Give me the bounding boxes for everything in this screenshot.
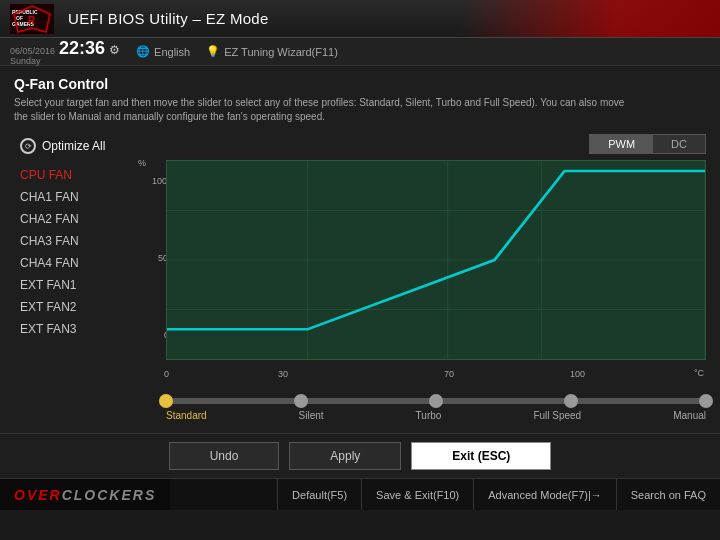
fan-item-cha3[interactable]: CHA3 FAN — [14, 230, 124, 252]
undo-button[interactable]: Undo — [169, 442, 280, 470]
pwm-dc-toggle[interactable]: PWM DC — [589, 134, 706, 154]
chart-background — [166, 160, 706, 360]
main-content: Q-Fan Control Select your target fan and… — [0, 66, 720, 433]
globe-icon: 🌐 — [136, 45, 150, 58]
fan-item-ext1[interactable]: EXT FAN1 — [14, 274, 124, 296]
footer-brand: OVERCLOCKERS — [0, 479, 170, 510]
search-faq-label: Search on FAQ — [631, 489, 706, 501]
fan-item-cha4[interactable]: CHA4 FAN — [14, 252, 124, 274]
chart-area: % 100 50 0 — [138, 160, 706, 380]
save-exit-label: Save & Exit(F10) — [376, 489, 459, 501]
pwm-button[interactable]: PWM — [590, 135, 653, 153]
section-title: Q-Fan Control — [14, 76, 706, 92]
profile-slider[interactable]: Standard Silent Turbo Full Speed Manual — [138, 388, 706, 423]
default-label: Default(F5) — [292, 489, 347, 501]
knob-turbo[interactable] — [429, 394, 443, 408]
x-label-70: 70 — [444, 369, 454, 379]
header: REPUBLIC OF GAMERS R UEFI BIOS Utility –… — [0, 0, 720, 38]
fan-item-cha2[interactable]: CHA2 FAN — [14, 208, 124, 230]
y-label-100: 100 — [152, 176, 167, 186]
svg-text:R: R — [28, 15, 36, 26]
content-area: ⟳ Optimize All CPU FAN CHA1 FAN CHA2 FAN… — [14, 134, 706, 423]
fan-item-ext3[interactable]: EXT FAN3 — [14, 318, 124, 340]
x-label-30: 30 — [278, 369, 288, 379]
time-label: 22:36 — [59, 38, 105, 59]
date-label: 06/05/2016 — [10, 46, 55, 56]
footer: OVERCLOCKERS Default(F5) Save & Exit(F10… — [0, 478, 720, 510]
subheader: 06/05/2016 Sunday 22:36 ⚙ 🌐 English 💡 EZ… — [0, 38, 720, 66]
footer-actions: Default(F5) Save & Exit(F10) Advanced Mo… — [277, 479, 720, 510]
knob-standard[interactable] — [159, 394, 173, 408]
slider-labels: Standard Silent Turbo Full Speed Manual — [166, 408, 706, 423]
label-silent: Silent — [299, 410, 324, 421]
day-label: Sunday — [10, 56, 41, 66]
section-description: Select your target fan and then move the… — [14, 96, 634, 124]
advanced-label: Advanced Mode(F7)|→ — [488, 489, 602, 501]
language-selector[interactable]: 🌐 English — [136, 45, 190, 58]
fan-list: ⟳ Optimize All CPU FAN CHA1 FAN CHA2 FAN… — [14, 134, 124, 423]
wizard-label: EZ Tuning Wizard(F11) — [224, 46, 338, 58]
y-unit-label: % — [138, 158, 146, 168]
label-manual: Manual — [673, 410, 706, 421]
slider-track[interactable] — [166, 398, 706, 404]
rog-logo: REPUBLIC OF GAMERS R — [10, 4, 54, 34]
footer-default-button[interactable]: Default(F5) — [277, 479, 361, 510]
footer-search-faq-button[interactable]: Search on FAQ — [616, 479, 720, 510]
fan-item-cha1[interactable]: CHA1 FAN — [14, 186, 124, 208]
optimize-all-button[interactable]: ⟳ Optimize All — [14, 134, 124, 158]
ez-wizard-button[interactable]: 💡 EZ Tuning Wizard(F11) — [206, 45, 338, 58]
knob-fullspeed[interactable] — [564, 394, 578, 408]
datetime-area: 06/05/2016 Sunday 22:36 ⚙ — [10, 38, 120, 66]
fan-item-cpu[interactable]: CPU FAN — [14, 164, 124, 186]
optimize-icon: ⟳ — [20, 138, 36, 154]
x-label-100: 100 — [570, 369, 585, 379]
header-accent — [460, 0, 720, 37]
wizard-icon: 💡 — [206, 45, 220, 58]
exit-button[interactable]: Exit (ESC) — [411, 442, 551, 470]
button-group: Undo Apply Exit (ESC) — [14, 442, 706, 470]
optimize-all-label: Optimize All — [42, 139, 105, 153]
label-fullspeed: Full Speed — [533, 410, 581, 421]
x-label-0: 0 — [164, 369, 169, 379]
apply-button[interactable]: Apply — [289, 442, 401, 470]
chart-container: PWM DC % 100 50 0 — [138, 134, 706, 423]
fan-item-ext2[interactable]: EXT FAN2 — [14, 296, 124, 318]
action-buttons: Undo Apply Exit (ESC) — [0, 433, 720, 478]
dc-button[interactable]: DC — [653, 135, 705, 153]
chart-svg — [167, 161, 705, 359]
knob-manual[interactable] — [699, 394, 713, 408]
x-unit-label: °C — [694, 368, 704, 378]
brand-label: OVERCLOCKERS — [14, 487, 156, 503]
footer-advanced-button[interactable]: Advanced Mode(F7)|→ — [473, 479, 616, 510]
knob-silent[interactable] — [294, 394, 308, 408]
label-standard: Standard — [166, 410, 207, 421]
header-title: UEFI BIOS Utility – EZ Mode — [68, 10, 269, 27]
label-turbo: Turbo — [416, 410, 442, 421]
language-label: English — [154, 46, 190, 58]
footer-save-exit-button[interactable]: Save & Exit(F10) — [361, 479, 473, 510]
gear-icon[interactable]: ⚙ — [109, 43, 120, 57]
